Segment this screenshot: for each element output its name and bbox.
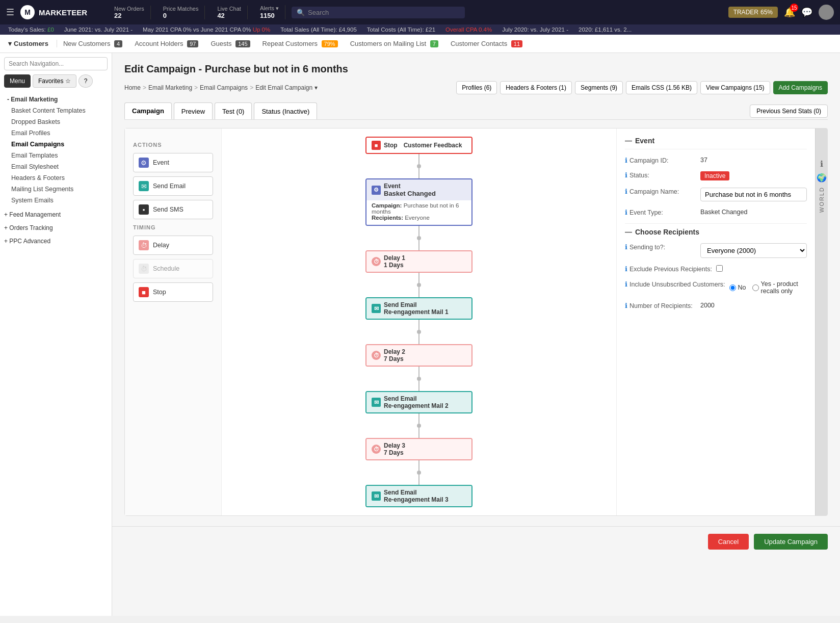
flow-node-email-3[interactable]: ✉ Send Email Re-engagement Mail 3 bbox=[365, 485, 472, 507]
view-campaigns-button[interactable]: View Campaigns (15) bbox=[700, 81, 770, 94]
mailing-list-tab[interactable]: Customers on Mailing List 7 bbox=[344, 38, 444, 49]
world-info-icon[interactable]: ℹ bbox=[820, 159, 823, 169]
radio-yes-input[interactable] bbox=[752, 284, 759, 291]
top-nav: ☰ M MARKETEER New Orders 22 Price Matche… bbox=[0, 0, 840, 24]
email2-icon: ✉ bbox=[372, 398, 381, 407]
flow-node-stop-feedback[interactable]: ■ Stop Customer Feedback bbox=[365, 137, 472, 154]
user-avatar[interactable] bbox=[819, 5, 834, 20]
headers-footers-button[interactable]: Headers & Footers (1) bbox=[500, 81, 572, 94]
cancel-button[interactable]: Cancel bbox=[708, 534, 749, 550]
profiles-button[interactable]: Profiles (6) bbox=[456, 81, 497, 94]
help-button[interactable]: ? bbox=[78, 74, 93, 88]
flow-node-email-1[interactable]: ✉ Send Email Re-engagement Mail 1 bbox=[365, 297, 472, 320]
radio-yes[interactable]: Yes - product recalls only bbox=[752, 280, 807, 295]
guests-tab[interactable]: Guests 145 bbox=[204, 38, 256, 49]
tab-campaign[interactable]: Campaign bbox=[124, 102, 172, 119]
action-stop[interactable]: ■ Stop bbox=[133, 282, 213, 302]
flow-node-delay-3[interactable]: ⏱ Delay 3 7 Days bbox=[365, 438, 472, 460]
july2020: July 2020: vs. July 2021 - bbox=[502, 27, 568, 33]
radio-no-input[interactable] bbox=[729, 284, 736, 291]
sidebar-item-email-campaigns[interactable]: Email Campaigns bbox=[4, 139, 108, 150]
include-unsubscribed-row: ℹ Include Unsubscribed Customers: No bbox=[625, 280, 807, 295]
flow-node-event[interactable]: ⚙ Event Basket Changed Campaign: Purchas… bbox=[365, 178, 472, 226]
repeat-customers-tab[interactable]: Repeat Customers 79% bbox=[256, 38, 344, 49]
sidebar-search[interactable] bbox=[0, 53, 112, 74]
search-bar[interactable]: 🔍 bbox=[292, 7, 465, 18]
num-recipients-info-icon: ℹ bbox=[625, 302, 627, 309]
world-label: WORLD bbox=[819, 187, 825, 213]
logo-text: MARKETEER bbox=[39, 8, 87, 17]
email-marketing-section: - Email Marketing Basket Content Templat… bbox=[0, 92, 112, 208]
tab-test[interactable]: Test (0) bbox=[215, 102, 252, 119]
breadcrumb-email-campaigns[interactable]: Email Campaigns bbox=[200, 84, 248, 91]
breadcrumb-email-marketing[interactable]: Email Marketing bbox=[148, 84, 192, 91]
email-marketing-header[interactable]: - Email Marketing bbox=[4, 94, 108, 105]
customer-contacts-tab[interactable]: Customer Contacts 11 bbox=[444, 38, 529, 49]
menu-tab[interactable]: Menu bbox=[4, 74, 31, 88]
dot-5 bbox=[417, 377, 421, 381]
sidebar-item-mailing-list-segments[interactable]: Mailing List Segments bbox=[4, 184, 108, 195]
status-row: ℹ Status: Inactive bbox=[625, 171, 807, 180]
orders-tracking-group[interactable]: + Orders Tracking bbox=[0, 221, 112, 235]
add-campaigns-button[interactable]: Add Campaigns bbox=[773, 81, 828, 94]
action-send-email[interactable]: ✉ Send Email bbox=[133, 176, 213, 196]
search-input[interactable] bbox=[308, 9, 460, 16]
dot-4 bbox=[417, 330, 421, 334]
connector-7b bbox=[418, 475, 419, 485]
world-icon[interactable]: 🌍 bbox=[817, 173, 827, 183]
action-delay[interactable]: ⏱ Delay bbox=[133, 236, 213, 255]
ppc-advanced-group[interactable]: + PPC Advanced bbox=[0, 235, 112, 248]
notifications-icon[interactable]: 🔔 15 bbox=[784, 7, 795, 18]
tab-status[interactable]: Status (Inactive) bbox=[254, 102, 317, 119]
ticker-bar: Today's Sales: £0 June 2021: vs. July 20… bbox=[0, 24, 840, 35]
sidebar-search-input[interactable] bbox=[4, 57, 108, 70]
sidebar-item-system-emails[interactable]: System Emails bbox=[4, 195, 108, 206]
connector-3 bbox=[418, 273, 419, 283]
hamburger-icon[interactable]: ☰ bbox=[6, 7, 14, 18]
flow-node-delay-2[interactable]: ⏱ Delay 2 7 Days bbox=[365, 344, 472, 367]
sidebar-item-headers-footers[interactable]: Headers & Footers bbox=[4, 172, 108, 184]
sidebar-item-basket-content-templates[interactable]: Basket Content Templates bbox=[4, 105, 108, 116]
sidebar-item-email-templates[interactable]: Email Templates bbox=[4, 150, 108, 161]
exclude-previous-checkbox[interactable] bbox=[716, 265, 723, 272]
new-orders-stat: New Orders 22 bbox=[108, 6, 151, 19]
dot-7 bbox=[417, 471, 421, 475]
page-content: Edit Campaign - Purchase but not in 6 mo… bbox=[112, 53, 840, 526]
account-holders-tab[interactable]: Account Holders 97 bbox=[128, 38, 204, 49]
sending-to-select[interactable]: Everyone (2000)Subscribers onlyAll conta… bbox=[700, 243, 807, 258]
sidebar-item-email-stylesheet[interactable]: Email Stylesheet bbox=[4, 161, 108, 172]
new-customers-tab[interactable]: New Customers 4 bbox=[57, 38, 128, 49]
campaign-name-input[interactable] bbox=[700, 188, 807, 201]
connector-2 bbox=[418, 226, 419, 236]
update-campaign-button[interactable]: Update Campaign bbox=[754, 534, 828, 550]
event-node-icon: ⚙ bbox=[372, 186, 381, 195]
breadcrumb-edit-campaign[interactable]: Edit Email Campaign ▾ bbox=[255, 84, 317, 91]
footer-buttons: Cancel Update Campaign bbox=[112, 526, 840, 557]
feed-management-group[interactable]: + Feed Management bbox=[0, 208, 112, 221]
radio-no[interactable]: No bbox=[729, 284, 746, 291]
flow-node-delay-1[interactable]: ⏱ Delay 1 1 Days bbox=[365, 250, 472, 273]
connector-4b bbox=[418, 334, 419, 344]
breadcrumb-home[interactable]: Home bbox=[124, 84, 141, 91]
sidebar-item-dropped-baskets[interactable]: Dropped Baskets bbox=[4, 116, 108, 127]
prev-send-stats-button[interactable]: Previous Send Stats (0) bbox=[750, 105, 828, 118]
flow-node-email-2[interactable]: ✉ Send Email Re-engagement Mail 2 bbox=[365, 391, 472, 413]
customers-toggle[interactable]: ▾ Customers bbox=[8, 40, 57, 47]
emails-css-button[interactable]: Emails CSS (1.56 KB) bbox=[626, 81, 697, 94]
notification-badge: 15 bbox=[790, 4, 798, 12]
action-send-sms[interactable]: ▪ Send SMS bbox=[133, 200, 213, 219]
stop-icon: ■ bbox=[139, 287, 149, 297]
trader-button[interactable]: TRADER 65% bbox=[728, 7, 778, 18]
world-sidebar: ℹ 🌍 WORLD bbox=[815, 128, 827, 515]
sidebar-item-email-profiles[interactable]: Email Profiles bbox=[4, 127, 108, 139]
actions-panel: ACTIONS ⚙ Event ✉ Send Email ▪ Send SMS … bbox=[125, 128, 222, 515]
favorites-tab[interactable]: Favorites ☆ bbox=[33, 74, 76, 88]
segments-button[interactable]: Segments (9) bbox=[575, 81, 623, 94]
chat-icon[interactable]: 💬 bbox=[801, 7, 812, 18]
alerts-stat[interactable]: Alerts ▾ 1150 bbox=[254, 5, 285, 19]
tab-preview[interactable]: Preview bbox=[174, 102, 213, 119]
delay3-icon: ⏱ bbox=[372, 445, 381, 454]
action-event[interactable]: ⚙ Event bbox=[133, 153, 213, 172]
action-schedule[interactable]: ⏱ Schedule bbox=[133, 259, 213, 278]
connector-2b bbox=[418, 240, 419, 250]
